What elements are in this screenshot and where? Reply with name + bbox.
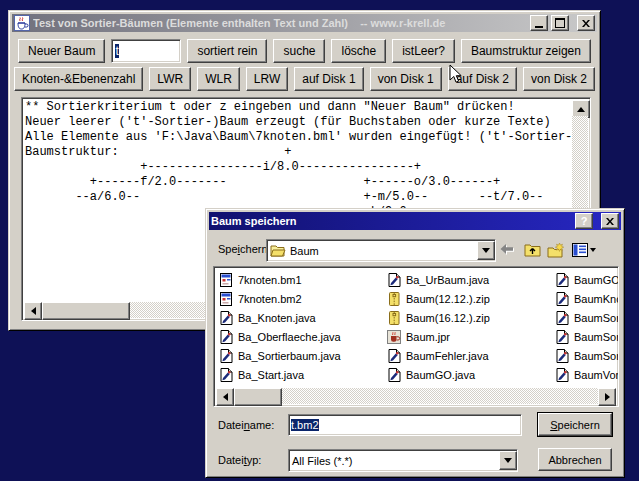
- java-file-icon: [386, 272, 402, 288]
- file-list-item[interactable]: BaumSortie: [554, 308, 619, 327]
- file-list-item[interactable]: Ba_Oberflaeche.java: [218, 327, 384, 346]
- filetype-value: All Files (*.*): [289, 455, 499, 467]
- file-list-item[interactable]: BaumKnot: [554, 289, 619, 308]
- java-coffee-cup-icon: [14, 15, 30, 31]
- zip-file-icon: [386, 310, 402, 326]
- close-icon: [582, 20, 590, 27]
- element-input[interactable]: t: [111, 39, 181, 63]
- filetype-combobox[interactable]: All Files (*.*): [288, 449, 518, 472]
- view-menu-button[interactable]: [570, 240, 598, 259]
- file-list-item[interactable]: Ba_Knoten.java: [218, 308, 384, 327]
- close-icon: [606, 218, 614, 225]
- file-name: BaumKnot: [574, 293, 619, 305]
- main-window-titlebar[interactable]: Test von Sortier-Bäumen (Elemente enthal…: [12, 14, 597, 32]
- wlr-button[interactable]: WLR: [197, 67, 240, 91]
- file-list-item[interactable]: Ba_Start.java: [218, 365, 384, 384]
- file-list-item[interactable]: BaumSortie: [554, 346, 619, 365]
- abbrechen-button[interactable]: Abbrechen: [538, 448, 612, 471]
- von-disk2-button[interactable]: von Disk 2: [523, 67, 595, 91]
- java-file-icon: [218, 367, 234, 383]
- filename-label: Dateiname:: [218, 419, 274, 431]
- filename-selected-text: t.bm2: [291, 419, 319, 431]
- close-button[interactable]: [577, 15, 595, 31]
- lrw-button[interactable]: LRW: [246, 67, 288, 91]
- scroll-right-button[interactable]: [598, 388, 616, 406]
- horizontal-scroll-thumb[interactable]: [234, 388, 282, 406]
- java-file-icon: [554, 272, 570, 288]
- filetype-label: Dateityp:: [218, 454, 261, 466]
- java-file-icon: [554, 348, 570, 364]
- file-name: BaumGO.java: [406, 369, 475, 381]
- left-arrow-icon: [31, 307, 36, 315]
- file-list-item[interactable]: BaumSortie: [554, 327, 619, 346]
- element-input-selected-text: t: [115, 44, 118, 58]
- file-list-item[interactable]: BaumGO_: [554, 270, 619, 289]
- up-folder-button[interactable]: [522, 240, 542, 259]
- file-name: Ba_Oberflaeche.java: [238, 331, 341, 343]
- view-menu-icon: [572, 243, 588, 257]
- output-text: ** Sortierkriterium t oder z eingeben un…: [22, 98, 590, 222]
- down-arrow-icon: [504, 458, 512, 463]
- filename-input[interactable]: t.bm2: [288, 414, 522, 436]
- file-list-item[interactable]: Baum.jpr: [386, 327, 552, 346]
- baumstruktur-zeigen-button[interactable]: Baumstruktur zeigen: [461, 39, 591, 63]
- file-list-item[interactable]: Ba_UrBaum.java: [386, 270, 552, 289]
- neuer-baum-button[interactable]: Neuer Baum: [18, 39, 105, 63]
- java-file-icon: [386, 348, 402, 364]
- loesche-button[interactable]: lösche: [331, 39, 386, 63]
- file-name: Ba_Knoten.java: [238, 312, 316, 324]
- minimize-button[interactable]: [530, 15, 548, 31]
- file-name: Ba_UrBaum.java: [406, 274, 489, 286]
- horizontal-scroll-thumb[interactable]: [42, 302, 130, 320]
- auf-disk1-button[interactable]: auf Disk 1: [294, 67, 363, 91]
- file-list-item[interactable]: Baum(16.12.).zip: [386, 308, 552, 327]
- file-list-item[interactable]: BaumFehler.java: [386, 346, 552, 365]
- von-disk1-button[interactable]: von Disk 1: [370, 67, 442, 91]
- file-list-item[interactable]: Ba_Sortierbaum.java: [218, 346, 384, 365]
- file-list[interactable]: 7knoten.bm17knoten.bm2Ba_Knoten.javaBa_O…: [213, 266, 619, 407]
- save-in-label: Speichern: [218, 243, 268, 255]
- help-icon: ?: [581, 216, 588, 227]
- dialog-titlebar[interactable]: Baum speichern ?: [209, 212, 621, 230]
- java-file-icon: [218, 329, 234, 345]
- file-name: Ba_Sortierbaum.java: [238, 350, 341, 362]
- file-list-item[interactable]: BaumGO.java: [386, 365, 552, 384]
- java-file-icon: [554, 291, 570, 307]
- istleer-button[interactable]: istLeer?: [392, 39, 455, 63]
- horizontal-scroll-track[interactable]: [282, 388, 598, 404]
- file-name: BaumGO_: [574, 274, 619, 286]
- bm-file-icon: [218, 291, 234, 307]
- lwr-button[interactable]: LWR: [149, 67, 191, 91]
- file-name: BaumSortie: [574, 312, 619, 324]
- suche-button[interactable]: suche: [273, 39, 325, 63]
- scroll-left-button[interactable]: [24, 302, 42, 320]
- maximize-button[interactable]: [551, 15, 569, 31]
- help-button[interactable]: ?: [575, 213, 593, 229]
- java-file-icon: [554, 329, 570, 345]
- back-button[interactable]: [498, 240, 518, 259]
- file-list-horizontal-scrollbar[interactable]: [216, 388, 616, 404]
- desktop: Test von Sortier-Bäumen (Elemente enthal…: [0, 0, 639, 481]
- filetype-dropdown-button[interactable]: [499, 451, 517, 470]
- file-list-item[interactable]: BaumVorfo: [554, 365, 619, 384]
- zip-file-icon: [386, 291, 402, 307]
- down-arrow-icon: [482, 248, 490, 253]
- new-folder-button[interactable]: [546, 240, 566, 259]
- speichern-button[interactable]: Speichern: [538, 413, 612, 436]
- knoten-ebenenzahl-button[interactable]: Knoten-&Ebenenzahl: [14, 67, 143, 91]
- dialog-close-button[interactable]: [601, 213, 619, 229]
- folder-combo-dropdown-button[interactable]: [477, 241, 495, 260]
- file-name: BaumVorfo: [574, 369, 619, 381]
- file-list-item[interactable]: Baum(12.12.).zip: [386, 289, 552, 308]
- save-dialog: Baum speichern ? Speichern Baum: [205, 208, 625, 478]
- maximize-icon: [555, 18, 565, 28]
- mouse-cursor: [449, 64, 463, 89]
- sortiert-rein-button[interactable]: sortiert rein: [187, 39, 267, 63]
- file-list-item[interactable]: 7knoten.bm1: [218, 270, 384, 289]
- left-arrow-icon: [223, 393, 228, 401]
- file-list-item[interactable]: 7knoten.bm2: [218, 289, 384, 308]
- file-name: 7knoten.bm2: [238, 293, 302, 305]
- minimize-icon: [535, 26, 543, 28]
- folder-combobox[interactable]: Baum: [266, 239, 496, 262]
- scroll-left-button[interactable]: [216, 388, 234, 406]
